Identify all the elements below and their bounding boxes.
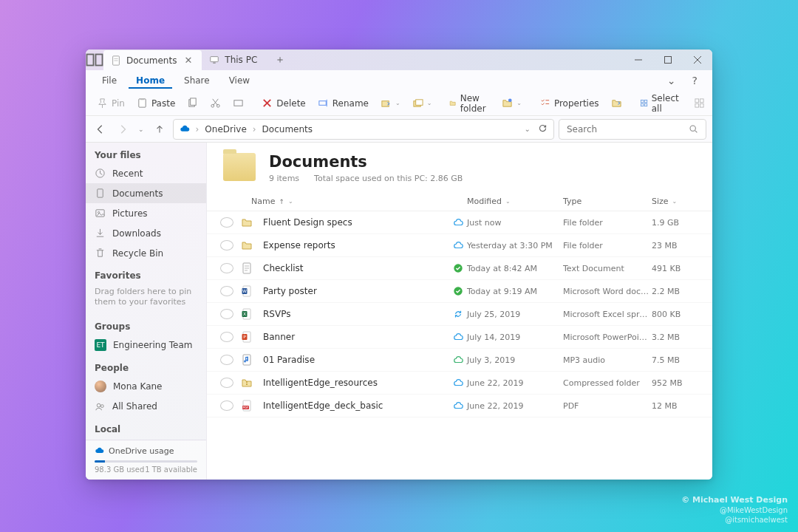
forward-button[interactable]	[114, 119, 132, 140]
tab-thispc[interactable]: This PC	[202, 50, 265, 70]
sidebar-item-all-shared[interactable]: All Shared	[86, 397, 206, 417]
select-circle[interactable]	[220, 240, 233, 250]
select-circle[interactable]	[220, 217, 233, 228]
chevron-down-icon: ⌄	[672, 198, 678, 205]
search-input[interactable]	[567, 124, 689, 134]
file-size: 2.2 MB	[652, 287, 696, 296]
column-size[interactable]: Size ⌄	[652, 197, 696, 206]
properties-button[interactable]: Properties	[534, 95, 604, 112]
cut-button[interactable]	[205, 95, 226, 112]
sync-status-icon	[449, 400, 467, 411]
delete-button[interactable]: Delete	[256, 95, 310, 112]
sidebar-header-yourfiles: Your files	[86, 143, 206, 163]
file-modified: June 22, 2019	[467, 401, 563, 411]
column-modified[interactable]: Modified ⌄	[467, 197, 563, 206]
pin-button[interactable]: Pin	[92, 95, 130, 112]
file-list: Fluent Design specsJust nowFile folder1.…	[207, 211, 712, 480]
sidebar-item-group[interactable]: ETEngineering Team	[86, 335, 206, 355]
column-type[interactable]: Type	[563, 197, 652, 206]
sidebar-header-local: Local	[86, 417, 206, 437]
select-circle[interactable]	[220, 332, 233, 342]
file-type-icon	[241, 377, 254, 389]
paste-button[interactable]: Paste	[132, 95, 180, 112]
tab-documents[interactable]: Documents ✕	[103, 50, 202, 70]
close-window-button[interactable]	[683, 50, 712, 70]
svg-point-50	[100, 404, 103, 407]
path-icon	[233, 98, 244, 109]
toolbar: Pin Paste Delete Rename ⌄ ⌄ New folder ⌄…	[86, 91, 712, 116]
file-row[interactable]: WParty posterToday at 9:19 AMMicrosoft W…	[207, 280, 712, 303]
select-all-button[interactable]: Select all	[635, 90, 687, 117]
copy-to-button[interactable]: ⌄	[407, 95, 437, 112]
file-row[interactable]: IntelligentEdge_resourcesJune 22, 2019Co…	[207, 372, 712, 395]
search-box[interactable]	[559, 119, 706, 140]
sidebar-item-pictures[interactable]: Pictures	[86, 203, 206, 223]
back-button[interactable]	[92, 119, 109, 140]
sidebar-item-person[interactable]: Mona Kane	[86, 376, 206, 397]
sync-status-icon	[449, 378, 467, 388]
copy-path-button[interactable]	[228, 95, 249, 112]
new-folder-button[interactable]: New folder	[444, 90, 495, 117]
refresh-button[interactable]	[538, 123, 548, 135]
rename-button[interactable]: Rename	[313, 95, 374, 112]
scissors-icon	[210, 98, 221, 109]
svg-rect-27	[415, 100, 422, 106]
file-row[interactable]: 01 ParadiseJuly 3, 2019MP3 audio7.5 MB	[207, 349, 712, 372]
chevron-right-icon: ›	[196, 124, 200, 134]
ribbon-collapse-icon[interactable]: ⌄	[661, 72, 682, 89]
menu-home[interactable]: Home	[129, 72, 172, 89]
file-row[interactable]: XRSVPsJuly 25, 2019Microsoft Excel sprea…	[207, 303, 712, 326]
invert-selection-button[interactable]	[712, 95, 712, 112]
minimize-button[interactable]	[624, 50, 653, 70]
svg-rect-36	[700, 99, 703, 103]
sidebar-item-recent[interactable]: Recent	[86, 163, 206, 183]
select-none-button[interactable]	[689, 95, 710, 112]
select-circle[interactable]	[220, 378, 233, 388]
onedrive-usage[interactable]: OneDrive usage	[86, 440, 206, 459]
file-row[interactable]: PBannerJuly 14, 2019Microsoft PowerPoint…	[207, 326, 712, 349]
up-button[interactable]	[151, 119, 168, 140]
select-circle[interactable]	[220, 286, 233, 296]
file-row[interactable]: Fluent Design specsJust nowFile folder1.…	[207, 211, 712, 234]
svg-rect-69	[246, 381, 248, 383]
tab-close-icon[interactable]: ✕	[182, 55, 194, 66]
breadcrumb-segment[interactable]: Documents	[262, 124, 313, 134]
file-row[interactable]: PDFIntelligentEdge_deck_basicJune 22, 20…	[207, 395, 712, 417]
breadcrumb-segment[interactable]: OneDrive	[205, 124, 246, 134]
menu-file[interactable]: File	[95, 72, 124, 89]
file-row[interactable]: Expense reportsYesterday at 3:30 PMFile …	[207, 234, 712, 257]
file-modified: Today at 9:19 AM	[467, 287, 563, 296]
sidebar-item-thispc[interactable]: This PC	[86, 437, 206, 440]
sidebar-item-documents[interactable]: Documents	[86, 183, 206, 203]
select-circle[interactable]	[220, 355, 233, 365]
favorites-hint: Drag folders here to pin them to your fa…	[86, 284, 206, 314]
address-dropdown-icon[interactable]: ⌄	[525, 125, 531, 133]
file-row[interactable]: ChecklistToday at 8:42 AMText Document49…	[207, 257, 712, 280]
move-to-button[interactable]: ⌄	[375, 95, 406, 112]
chevron-down-icon: ⌄	[395, 100, 400, 106]
maximize-button[interactable]	[653, 50, 683, 70]
new-item-button[interactable]: ⌄	[497, 95, 527, 112]
select-circle[interactable]	[220, 309, 233, 319]
file-name: IntelligentEdge_deck_basic	[263, 400, 449, 411]
open-button[interactable]	[606, 95, 627, 112]
select-circle[interactable]	[220, 400, 233, 411]
sidebar-item-recycle[interactable]: Recycle Bin	[86, 243, 206, 263]
menu-view[interactable]: View	[222, 72, 257, 89]
svg-rect-20	[234, 100, 242, 106]
sidebar-item-downloads[interactable]: Downloads	[86, 223, 206, 243]
help-icon[interactable]: ?	[686, 72, 703, 89]
svg-rect-6	[214, 63, 216, 64]
column-name[interactable]: Name ↑ ⌄	[251, 197, 467, 206]
sync-status-icon	[449, 217, 467, 228]
file-type-icon	[241, 239, 254, 251]
breadcrumb[interactable]: › OneDrive › Documents ⌄	[173, 119, 554, 140]
multitask-icon[interactable]	[86, 50, 103, 70]
menu-share[interactable]: Share	[177, 72, 217, 89]
new-tab-button[interactable]: ＋	[265, 50, 296, 70]
select-circle[interactable]	[220, 263, 233, 273]
history-dropdown-icon[interactable]: ⌄	[136, 126, 146, 133]
page-subtitle: 9 itemsTotal space used on this PC: 2.86…	[269, 174, 463, 183]
copy-button[interactable]	[182, 95, 203, 112]
column-headers: Name ↑ ⌄ Modified ⌄ Type Size ⌄	[207, 191, 712, 211]
